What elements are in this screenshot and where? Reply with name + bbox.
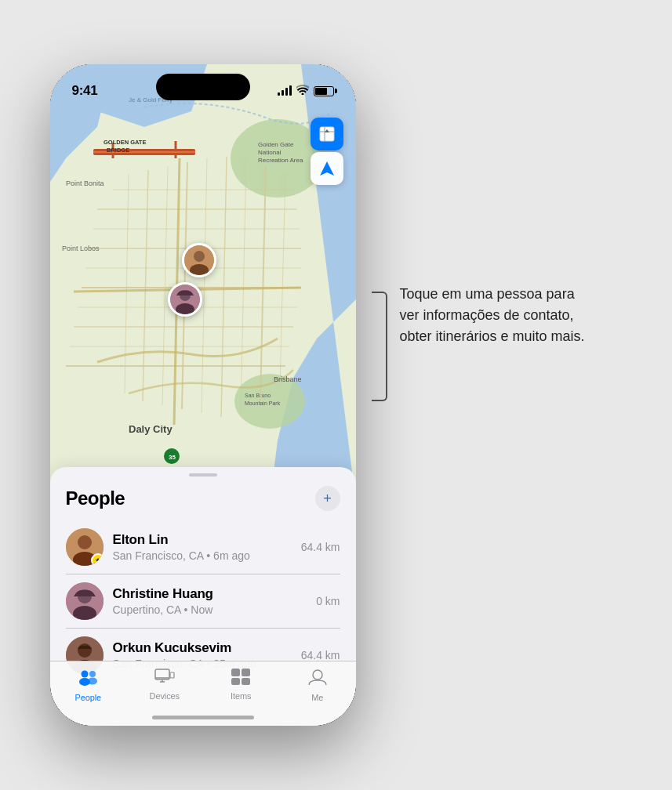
me-tab-icon — [307, 668, 328, 690]
tab-devices[interactable]: Devices — [126, 668, 203, 701]
svg-text:Point Bonita: Point Bonita — [66, 179, 104, 187]
svg-text:Recreation Area: Recreation Area — [258, 157, 303, 164]
avatar-elton: ★ — [66, 528, 104, 566]
phone-screen: 9:41 — [50, 64, 356, 726]
svg-point-62 — [82, 671, 89, 678]
svg-rect-74 — [242, 678, 250, 685]
tab-items[interactable]: Items — [203, 668, 280, 701]
svg-text:BRIDGE: BRIDGE — [107, 147, 129, 154]
svg-point-65 — [88, 678, 97, 685]
svg-text:National: National — [258, 149, 282, 156]
people-title: People — [66, 487, 125, 509]
avatar-christine — [66, 582, 104, 620]
person-info-elton: Elton Lin San Francisco, CA • 6m ago — [113, 532, 301, 562]
person-name-elton: Elton Lin — [113, 532, 301, 548]
svg-text:Point Lobos: Point Lobos — [62, 245, 100, 252]
person-info-christine: Christine Huang Cupertino, CA • Now — [113, 586, 317, 616]
svg-text:Daly City: Daly City — [129, 423, 173, 435]
dynamic-island — [156, 74, 250, 100]
wifi-icon — [296, 85, 309, 97]
map-marker-elton[interactable] — [182, 243, 216, 277]
person-location-christine: Cupertino, CA • Now — [113, 603, 317, 616]
map-view-button[interactable] — [311, 118, 343, 150]
tab-items-label: Items — [231, 691, 251, 701]
people-tab-icon — [77, 668, 99, 690]
status-icons — [278, 85, 334, 97]
svg-point-48 — [194, 251, 205, 262]
phone-wrapper: 9:41 — [50, 64, 356, 726]
svg-text:Golden Gate: Golden Gate — [258, 141, 294, 148]
star-badge-elton: ★ — [91, 553, 104, 566]
person-item-elton[interactable]: ★ Elton Lin San Francisco, CA • 6m ago 6… — [66, 520, 340, 574]
svg-rect-70 — [170, 672, 174, 678]
svg-point-60 — [78, 643, 92, 658]
add-person-button[interactable]: + — [315, 486, 340, 511]
person-name-orkun: Orkun Kucuksevim — [113, 640, 301, 656]
svg-rect-46 — [320, 127, 334, 141]
map-marker-christine[interactable] — [168, 282, 202, 317]
person-distance-christine: 0 km — [316, 595, 340, 607]
people-section: People + — [50, 483, 356, 682]
map-area[interactable]: Golden Gate National Recreation Area San… — [50, 64, 356, 503]
home-indicator — [152, 716, 254, 719]
panel-handle — [189, 473, 217, 477]
tab-me[interactable]: Me — [279, 668, 356, 702]
annotation-text: Toque em uma pessoa para ver informações… — [387, 284, 591, 347]
location-button[interactable] — [311, 152, 343, 185]
person-distance-elton: 64.4 km — [301, 541, 340, 553]
scene: 9:41 — [50, 64, 623, 726]
svg-point-75 — [313, 670, 322, 679]
person-item-christine[interactable]: Christine Huang Cupertino, CA • Now 0 km — [66, 574, 340, 629]
annotation-bracket — [372, 292, 387, 401]
svg-rect-73 — [231, 678, 240, 685]
tab-devices-label: Devices — [150, 691, 180, 701]
people-header: People + — [66, 483, 340, 520]
person-location-elton: San Francisco, CA • 6m ago — [113, 549, 301, 562]
svg-text:35: 35 — [169, 454, 176, 461]
items-tab-icon — [231, 668, 251, 688]
person-distance-orkun: 64.4 km — [301, 649, 340, 661]
phone-frame: 9:41 — [50, 64, 356, 726]
tab-people[interactable]: People — [50, 668, 127, 702]
devices-tab-icon — [154, 668, 175, 688]
status-time: 9:41 — [72, 83, 98, 99]
svg-text:Mountain Park: Mountain Park — [245, 400, 281, 406]
svg-text:GOLDEN GATE: GOLDEN GATE — [104, 139, 146, 146]
svg-rect-72 — [242, 669, 250, 676]
tab-me-label: Me — [311, 693, 323, 702]
signal-bars-icon — [278, 86, 292, 96]
svg-rect-71 — [231, 669, 240, 676]
svg-text:Brisbane: Brisbane — [274, 375, 302, 383]
svg-text:San Bruno: San Bruno — [245, 393, 271, 398]
battery-icon — [314, 86, 334, 96]
person-list: ★ Elton Lin San Francisco, CA • 6m ago 6… — [66, 520, 340, 682]
svg-point-54 — [78, 535, 92, 549]
svg-point-64 — [89, 671, 96, 677]
person-name-christine: Christine Huang — [113, 586, 317, 602]
annotation: Toque em uma pessoa para ver informações… — [372, 284, 623, 401]
map-controls — [311, 118, 343, 185]
tab-people-label: People — [74, 693, 101, 702]
